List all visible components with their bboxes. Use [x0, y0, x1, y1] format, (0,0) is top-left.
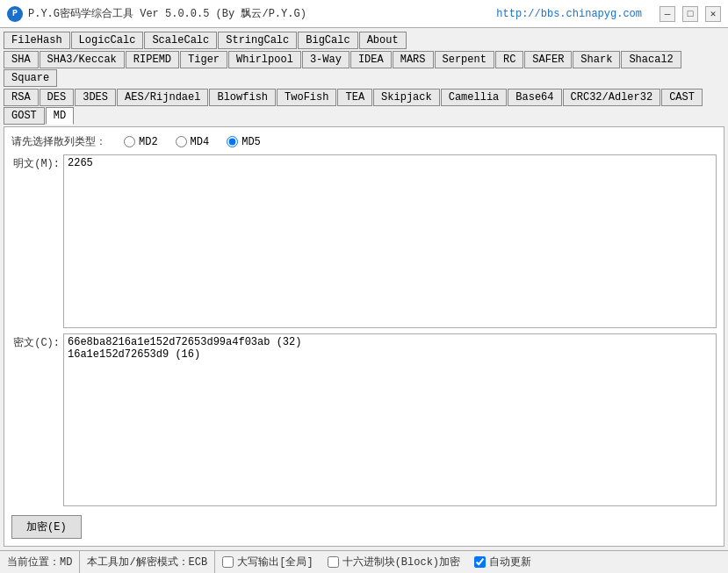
tab-logiccalc[interactable]: LogicCalc	[71, 32, 144, 49]
encrypt-button[interactable]: 加密(E)	[11, 515, 82, 539]
tab-row-3: RSADES3DESAES/RijndaelBlowfishTwoFishTEA…	[4, 89, 724, 125]
tab-gost[interactable]: GOST	[4, 107, 45, 125]
radio-option-md5[interactable]: MD5	[227, 136, 261, 148]
tab-tea[interactable]: TEA	[337, 89, 372, 106]
hex-block-checkbox[interactable]	[328, 556, 339, 568]
tab-tiger[interactable]: Tiger	[180, 51, 227, 68]
button-row: 加密(E)	[11, 512, 717, 539]
hash-type-row: 请先选择散列类型： MD2MD4MD5	[11, 134, 717, 149]
plaintext-row: 明文(M):	[11, 154, 717, 328]
tab-safer[interactable]: SAFER	[524, 51, 572, 68]
tab-skipjack[interactable]: Skipjack	[373, 89, 440, 106]
main-area: FileHashLogicCalcScaleCalcStringCalcBigC…	[0, 28, 728, 550]
mode-display: 本工具加/解密模式：ECB	[80, 551, 215, 573]
radio-option-md2[interactable]: MD2	[124, 136, 158, 148]
window-controls: — □ ✕	[660, 6, 721, 22]
radio-label-md2: MD2	[139, 136, 158, 148]
tab-sha3-keccak[interactable]: SHA3/Keccak	[40, 51, 125, 68]
tab-blowfish[interactable]: Blowfish	[209, 89, 276, 106]
tab-serpent[interactable]: Serpent	[435, 51, 494, 68]
status-bar: 当前位置：MD 本工具加/解密模式：ECB 大写输出[全局] 十六进制块(Blo…	[0, 550, 728, 573]
uppercase-checkbox-container: 大写输出[全局]	[215, 551, 320, 573]
tab-idea[interactable]: IDEA	[350, 51, 392, 68]
tab-row-1: FileHashLogicCalcScaleCalcStringCalcBigC…	[4, 32, 724, 49]
tab-scalecalc[interactable]: ScaleCalc	[144, 32, 217, 49]
tab-mars[interactable]: MARS	[393, 51, 434, 68]
plaintext-label: 明文(M):	[11, 154, 60, 328]
title-text: P.Y.G密码学综合工具 Ver 5.0.0.5 (By 飘云/P.Y.G)	[28, 6, 496, 21]
radio-md5[interactable]	[227, 136, 238, 147]
tab-3-way[interactable]: 3-Way	[302, 51, 350, 68]
hash-radio-group: MD2MD4MD5	[124, 136, 261, 148]
tab-base64[interactable]: Base64	[508, 89, 561, 106]
radio-label-md4: MD4	[191, 136, 210, 148]
radio-md4[interactable]	[176, 136, 187, 147]
hex-block-checkbox-container: 十六进制块(Block)加密	[321, 551, 467, 573]
tab-square[interactable]: Square	[4, 69, 57, 87]
hex-block-label: 十六进制块(Block)加密	[342, 555, 460, 569]
auto-update-checkbox[interactable]	[474, 556, 486, 568]
radio-md2[interactable]	[124, 136, 135, 147]
title-bar: P P.Y.G密码学综合工具 Ver 5.0.0.5 (By 飘云/P.Y.G)…	[0, 0, 728, 28]
hash-type-label: 请先选择散列类型：	[11, 134, 106, 149]
tab-sha[interactable]: SHA	[4, 51, 39, 68]
tab-rc[interactable]: RC	[495, 51, 523, 68]
plaintext-textarea[interactable]	[63, 154, 717, 328]
ciphertext-row: 密文(C):	[11, 333, 717, 507]
minimize-button[interactable]: —	[660, 6, 675, 22]
tab-md[interactable]: MD	[46, 107, 74, 125]
tab-crc32-adler32[interactable]: CRC32/Adler32	[563, 89, 661, 106]
tab-stringcalc[interactable]: StringCalc	[218, 32, 297, 49]
ciphertext-label: 密文(C):	[11, 333, 60, 507]
tab-aes-rijndael[interactable]: AES/Rijndael	[117, 89, 208, 106]
radio-label-md5: MD5	[241, 136, 261, 148]
uppercase-label: 大写输出[全局]	[237, 555, 313, 569]
title-url: http://bbs.chinapyg.com	[496, 8, 642, 20]
tab-rsa[interactable]: RSA	[4, 89, 39, 106]
tab-bigcalc[interactable]: BigCalc	[298, 32, 357, 49]
uppercase-checkbox[interactable]	[222, 556, 234, 568]
tab-row-2: SHASHA3/KeccakRIPEMDTigerWhirlpool3-WayI…	[4, 51, 724, 87]
tab-3des[interactable]: 3DES	[75, 89, 116, 106]
radio-option-md4[interactable]: MD4	[176, 136, 210, 148]
maximize-button[interactable]: □	[682, 6, 698, 22]
tab-twofish[interactable]: TwoFish	[277, 89, 336, 106]
tab-filehash[interactable]: FileHash	[4, 32, 70, 49]
ciphertext-textarea[interactable]	[63, 333, 717, 507]
tab-shacal2[interactable]: Shacal2	[621, 51, 681, 68]
tab-ripemd[interactable]: RIPEMD	[126, 51, 179, 68]
app-icon: P	[7, 6, 23, 22]
tab-des[interactable]: DES	[40, 89, 75, 106]
tab-camellia[interactable]: Camellia	[441, 89, 508, 106]
auto-update-checkbox-container: 自动更新	[467, 551, 538, 573]
tab-cast[interactable]: CAST	[661, 89, 703, 106]
tab-whirlpool[interactable]: Whirlpool	[228, 51, 301, 68]
tab-shark[interactable]: Shark	[573, 51, 620, 68]
content-panel: 请先选择散列类型： MD2MD4MD5 明文(M): 密文(C): 加密(E)	[4, 126, 724, 547]
close-button[interactable]: ✕	[705, 6, 721, 22]
auto-update-label: 自动更新	[489, 555, 531, 569]
tab-about[interactable]: About	[359, 32, 407, 49]
current-position: 当前位置：MD	[7, 551, 80, 573]
